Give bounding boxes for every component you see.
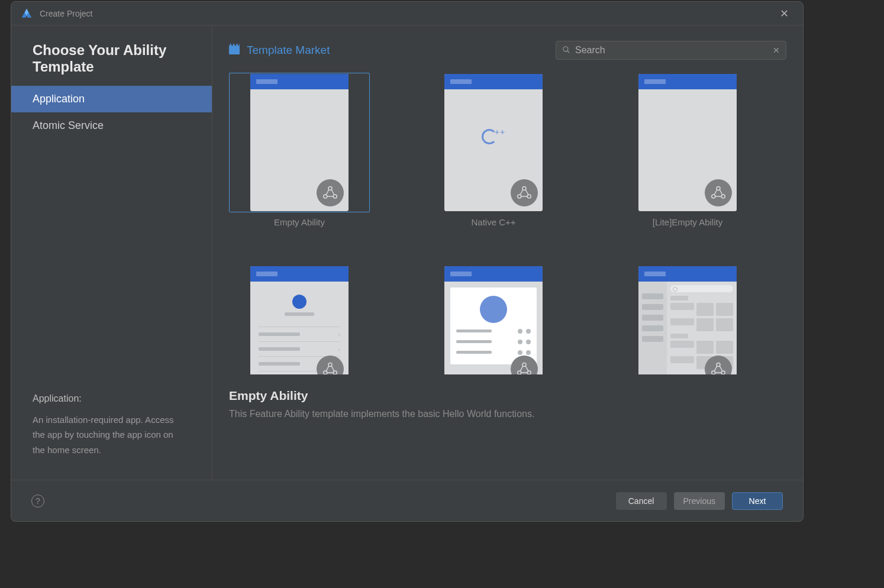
svg-point-2 (328, 187, 332, 190)
template-market-label: Template Market (247, 44, 330, 57)
template-card[interactable]: Empty Ability (229, 73, 370, 227)
template-thumbnail: ++ (423, 73, 564, 212)
svg-point-18 (712, 371, 715, 374)
svg-point-5 (522, 187, 526, 190)
page-heading: Choose Your Ability Template (11, 42, 212, 86)
svg-line-1 (567, 50, 570, 53)
template-card[interactable]: ›››› (229, 257, 370, 374)
sidebar-item-label: Application (33, 93, 85, 105)
clear-search-icon[interactable]: ✕ (773, 46, 780, 55)
titlebar: Create Project ✕ (11, 2, 803, 25)
template-thumbnail (617, 257, 758, 374)
template-thumbnail (423, 257, 564, 374)
sidebar-description: Application: An installation-required ap… (11, 393, 212, 469)
svg-point-9 (712, 195, 715, 198)
dialog-title: Create Project (40, 9, 92, 18)
sidebar-item-label: Atomic Service (33, 119, 104, 131)
cancel-button[interactable]: Cancel (616, 492, 667, 510)
footer: ? Cancel Previous Next (11, 480, 803, 521)
detail-title: Empty Ability (229, 389, 786, 403)
sidebar-desc-title: Application: (33, 393, 191, 404)
close-icon[interactable]: ✕ (775, 5, 793, 22)
svg-point-0 (563, 46, 568, 51)
search-input[interactable] (575, 45, 768, 56)
store-icon (229, 46, 240, 54)
detail-description: This Feature Ability template implements… (229, 409, 786, 419)
search-field[interactable]: ✕ (556, 41, 786, 60)
svg-point-8 (717, 187, 720, 190)
template-label: [Lite]Empty Ability (617, 217, 758, 227)
sidebar: Choose Your Ability Template Application… (11, 25, 212, 481)
svg-point-17 (717, 363, 720, 366)
sidebar-desc-body: An installation-required app. Access the… (33, 412, 186, 458)
svg-point-14 (522, 363, 526, 366)
svg-point-13 (333, 371, 337, 374)
template-label: Native C++ (423, 217, 564, 227)
svg-point-16 (527, 371, 531, 374)
previous-button[interactable]: Previous (674, 492, 725, 510)
template-thumbnail: ›››› (229, 257, 370, 374)
svg-point-12 (324, 371, 327, 374)
templates-scroll[interactable]: Empty Ability++Native C++[Lite]Empty Abi… (229, 73, 786, 374)
sidebar-item-application[interactable]: Application (11, 86, 212, 112)
main-panel: Template Market ✕ Empty Ability++Native … (212, 25, 803, 481)
template-card[interactable]: [Lite]Empty Ability (617, 73, 758, 227)
template-card[interactable] (423, 257, 564, 374)
app-logo-icon (21, 8, 33, 20)
help-icon[interactable]: ? (31, 495, 44, 508)
template-thumbnail (617, 73, 758, 212)
svg-point-4 (333, 195, 337, 198)
template-card[interactable] (617, 257, 758, 374)
svg-point-7 (527, 195, 531, 198)
svg-point-11 (328, 363, 332, 366)
create-project-dialog: Create Project ✕ Choose Your Ability Tem… (11, 1, 804, 522)
template-label: Empty Ability (229, 217, 370, 227)
next-button[interactable]: Next (732, 492, 783, 510)
template-card[interactable]: ++Native C++ (423, 73, 564, 227)
svg-point-15 (518, 371, 521, 374)
template-detail: Empty Ability This Feature Ability templ… (229, 389, 786, 419)
svg-point-10 (721, 195, 725, 198)
template-thumbnail (229, 73, 370, 212)
template-market-link[interactable]: Template Market (229, 44, 330, 57)
search-icon (562, 46, 570, 56)
svg-point-3 (324, 195, 327, 198)
svg-point-19 (721, 371, 725, 374)
sidebar-item-atomic-service[interactable]: Atomic Service (11, 112, 212, 139)
svg-point-6 (518, 195, 521, 198)
